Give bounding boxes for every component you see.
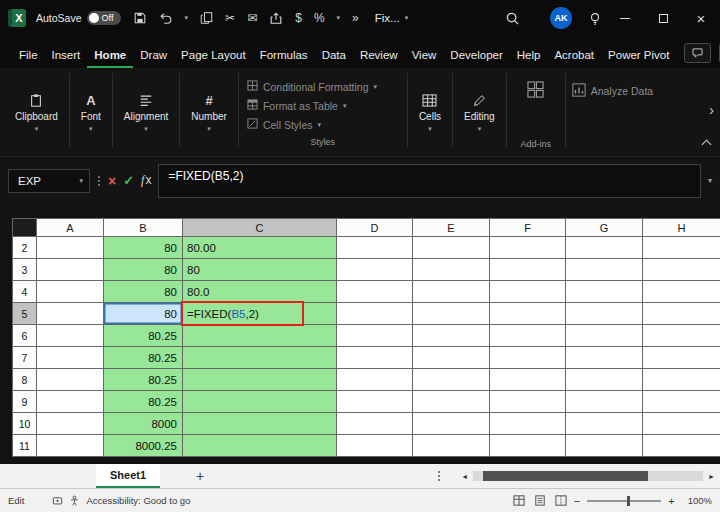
cell-E4[interactable] bbox=[413, 281, 490, 303]
cell-E11[interactable] bbox=[413, 435, 490, 457]
percent-style-icon[interactable]: % bbox=[314, 12, 325, 24]
row-header-11[interactable]: 11 bbox=[13, 435, 37, 457]
cell-C10[interactable] bbox=[183, 413, 337, 435]
row-header-2[interactable]: 2 bbox=[13, 237, 37, 259]
cell-C7[interactable] bbox=[183, 347, 337, 369]
zoom-slider[interactable] bbox=[587, 500, 661, 502]
cell-D4[interactable] bbox=[337, 281, 413, 303]
tab-developer[interactable]: Developer bbox=[443, 42, 509, 68]
cell-D6[interactable] bbox=[337, 325, 413, 347]
tab-home[interactable]: Home bbox=[87, 42, 133, 68]
column-header-B[interactable]: B bbox=[104, 219, 183, 237]
editing-group-button[interactable]: Editing ▾ bbox=[453, 73, 506, 151]
cancel-entry-icon[interactable]: × bbox=[108, 173, 116, 189]
tab-formulas[interactable]: Formulas bbox=[253, 42, 315, 68]
cell-G10[interactable] bbox=[566, 413, 643, 435]
column-header-G[interactable]: G bbox=[566, 219, 643, 237]
cell-E5[interactable] bbox=[413, 303, 490, 325]
cell-H2[interactable] bbox=[643, 237, 720, 259]
percent-chevron-icon[interactable]: ▾ bbox=[337, 14, 341, 22]
cells-group-button[interactable]: Cells ▾ bbox=[408, 73, 452, 151]
cell-G11[interactable] bbox=[566, 435, 643, 457]
horizontal-scrollbar[interactable] bbox=[473, 471, 703, 481]
tab-data[interactable]: Data bbox=[315, 42, 353, 68]
cell-D11[interactable] bbox=[337, 435, 413, 457]
zoom-in-button[interactable]: + bbox=[668, 495, 674, 507]
row-header-3[interactable]: 3 bbox=[13, 259, 37, 281]
cell-F4[interactable] bbox=[490, 281, 566, 303]
cell-B10[interactable]: 8000 bbox=[104, 413, 183, 435]
insert-function-icon[interactable]: fx bbox=[141, 173, 151, 188]
cell-G2[interactable] bbox=[566, 237, 643, 259]
cell-F9[interactable] bbox=[490, 391, 566, 413]
cell-E8[interactable] bbox=[413, 369, 490, 391]
cut-icon[interactable]: ✂ bbox=[225, 12, 235, 24]
cell-F10[interactable] bbox=[490, 413, 566, 435]
cell-A3[interactable] bbox=[37, 259, 104, 281]
cell-H8[interactable] bbox=[643, 369, 720, 391]
select-all-corner[interactable] bbox=[13, 219, 37, 237]
row-header-9[interactable]: 9 bbox=[13, 391, 37, 413]
cell-D3[interactable] bbox=[337, 259, 413, 281]
autosave-switch[interactable]: Off bbox=[87, 11, 121, 25]
cell-G9[interactable] bbox=[566, 391, 643, 413]
row-header-5[interactable]: 5 bbox=[13, 303, 37, 325]
cell-H7[interactable] bbox=[643, 347, 720, 369]
normal-view-icon[interactable] bbox=[513, 495, 525, 506]
account-avatar[interactable]: AK bbox=[550, 7, 572, 29]
row-header-7[interactable]: 7 bbox=[13, 347, 37, 369]
chevron-down-icon[interactable]: ▾ bbox=[79, 177, 83, 185]
cell-B7[interactable]: 80.25 bbox=[104, 347, 183, 369]
cell-G4[interactable] bbox=[566, 281, 643, 303]
cell-F2[interactable] bbox=[490, 237, 566, 259]
accessibility-status[interactable]: Accessibility: Good to go bbox=[86, 495, 190, 506]
tab-options-icon[interactable] bbox=[438, 471, 440, 481]
cell-C11[interactable] bbox=[183, 435, 337, 457]
undo-chevron-icon[interactable]: ▾ bbox=[185, 14, 189, 22]
confirm-entry-icon[interactable]: ✓ bbox=[123, 173, 134, 188]
currency-format-icon[interactable]: $ bbox=[295, 12, 302, 24]
cell-B3[interactable]: 80 bbox=[104, 259, 183, 281]
cell-A11[interactable] bbox=[37, 435, 104, 457]
cell-B6[interactable]: 80.25 bbox=[104, 325, 183, 347]
cell-A4[interactable] bbox=[37, 281, 104, 303]
cell-C6[interactable] bbox=[183, 325, 337, 347]
cell-E7[interactable] bbox=[413, 347, 490, 369]
cell-F5[interactable] bbox=[490, 303, 566, 325]
cell-E2[interactable] bbox=[413, 237, 490, 259]
cell-C2[interactable]: 80.00 bbox=[183, 237, 337, 259]
cell-A8[interactable] bbox=[37, 369, 104, 391]
more-commands-icon[interactable]: » bbox=[352, 12, 359, 24]
scroll-right-icon[interactable]: ► bbox=[703, 473, 720, 480]
cell-D10[interactable] bbox=[337, 413, 413, 435]
tab-insert[interactable]: Insert bbox=[45, 42, 88, 68]
cell-B5[interactable]: 80 bbox=[104, 303, 183, 325]
cell-H3[interactable] bbox=[643, 259, 720, 281]
cell-B11[interactable]: 8000.25 bbox=[104, 435, 183, 457]
column-header-E[interactable]: E bbox=[413, 219, 490, 237]
autosave-toggle[interactable]: AutoSave Off bbox=[36, 11, 121, 25]
cell-G3[interactable] bbox=[566, 259, 643, 281]
cell-G6[interactable] bbox=[566, 325, 643, 347]
tab-review[interactable]: Review bbox=[353, 42, 405, 68]
cell-A5[interactable] bbox=[37, 303, 104, 325]
cell-D2[interactable] bbox=[337, 237, 413, 259]
cell-E6[interactable] bbox=[413, 325, 490, 347]
zoom-level[interactable]: 100% bbox=[688, 495, 712, 506]
cell-H10[interactable] bbox=[643, 413, 720, 435]
maximize-button[interactable] bbox=[644, 0, 682, 36]
cell-D5[interactable] bbox=[337, 303, 413, 325]
analyze-data-button[interactable]: Analyze Data bbox=[566, 73, 668, 151]
workbook-name-dropdown[interactable]: Fix... ▾ bbox=[375, 12, 408, 24]
mail-icon[interactable]: ✉ bbox=[247, 12, 257, 24]
cell-B8[interactable]: 80.25 bbox=[104, 369, 183, 391]
cell-C9[interactable] bbox=[183, 391, 337, 413]
lightbulb-icon[interactable] bbox=[588, 11, 602, 26]
cell-E3[interactable] bbox=[413, 259, 490, 281]
cell-styles-button[interactable]: Cell Styles ▾ bbox=[247, 115, 399, 134]
cell-D9[interactable] bbox=[337, 391, 413, 413]
tab-help[interactable]: Help bbox=[510, 42, 548, 68]
zoom-out-button[interactable]: − bbox=[574, 495, 580, 507]
cell-A2[interactable] bbox=[37, 237, 104, 259]
cell-C3[interactable]: 80 bbox=[183, 259, 337, 281]
